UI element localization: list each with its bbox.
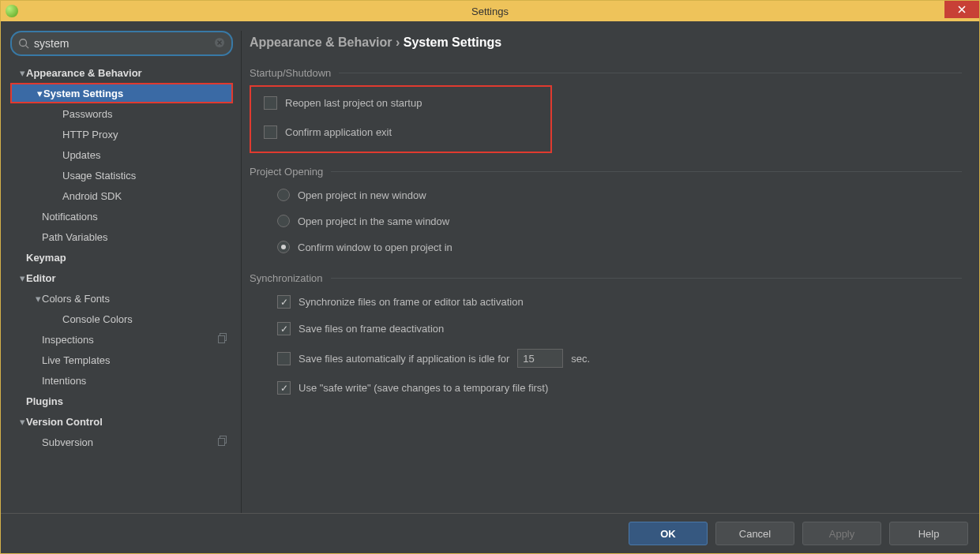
tree-item-label: Console Colors	[62, 313, 233, 325]
tree-item-label: Appearance & Behavior	[26, 67, 233, 79]
idle-unit-label: sec.	[571, 353, 590, 365]
tree-item-colors-fonts[interactable]: ▾Colors & Fonts	[10, 288, 233, 309]
svg-rect-6	[219, 439, 225, 446]
vertical-divider	[241, 31, 242, 513]
checkbox-icon	[277, 381, 291, 395]
section-opening-label: Project Opening	[250, 166, 323, 178]
copy-profile-icon[interactable]	[218, 333, 228, 346]
ok-button[interactable]: OK	[629, 522, 708, 545]
tree-item-inspections[interactable]: Inspections	[10, 329, 233, 350]
expand-arrow-icon: ▾	[18, 416, 26, 428]
tree-item-label: Plugins	[26, 395, 233, 407]
section-opening-title: Project Opening	[250, 166, 962, 178]
apply-button[interactable]: Apply	[802, 522, 881, 545]
radio-open-new-window[interactable]: Open project in new window	[277, 189, 962, 201]
divider-line	[339, 73, 962, 73]
search-icon	[18, 38, 29, 49]
checkbox-reopen-last-project[interactable]: Reopen last project on startup	[264, 96, 536, 110]
settings-tree[interactable]: ▾Appearance & Behavior▾System SettingsPa…	[10, 62, 233, 513]
tree-item-label: Live Templates	[42, 354, 233, 366]
tree-item-label: Path Variables	[42, 231, 233, 243]
option-label: Confirm window to open project in	[298, 241, 452, 253]
tree-item-console-colors[interactable]: Console Colors	[10, 309, 233, 329]
section-sync-title: Synchronization	[250, 272, 962, 284]
divider-line	[331, 278, 963, 279]
titlebar: Settings	[1, 1, 979, 21]
settings-window: Settings ▾Appearance & Behavior▾System S…	[0, 0, 980, 554]
svg-rect-4	[219, 336, 225, 343]
option-label: Confirm application exit	[285, 126, 392, 138]
checkbox-icon	[264, 96, 277, 110]
expand-arrow-icon: ▾	[18, 272, 26, 284]
idle-seconds-input[interactable]	[517, 349, 563, 368]
expand-arrow-icon: ▾	[34, 293, 42, 305]
divider-line	[331, 171, 962, 172]
tree-item-updates[interactable]: Updates	[10, 144, 233, 165]
section-startup-title: Startup/Shutdown	[250, 67, 962, 79]
close-button[interactable]	[944, 1, 979, 18]
tree-item-subversion[interactable]: Subversion	[10, 432, 233, 452]
tree-item-label: Editor	[26, 272, 233, 284]
tree-item-label: Passwords	[62, 108, 233, 120]
tree-item-label: Inspections	[42, 334, 218, 346]
tree-item-label: Android SDK	[62, 190, 233, 202]
tree-item-system-settings[interactable]: ▾System Settings	[10, 83, 233, 103]
opening-options: Open project in new window Open project …	[277, 189, 962, 253]
search-box[interactable]	[10, 31, 233, 56]
tree-item-path-variables[interactable]: Path Variables	[10, 226, 233, 247]
tree-item-label: Colors & Fonts	[42, 293, 233, 305]
tree-item-notifications[interactable]: Notifications	[10, 206, 233, 226]
tree-item-passwords[interactable]: Passwords	[10, 103, 233, 124]
cancel-button[interactable]: Cancel	[715, 522, 794, 545]
checkbox-safe-write[interactable]: Use "safe write" (save changes to a temp…	[277, 381, 962, 395]
tree-item-android-sdk[interactable]: Android SDK	[10, 185, 233, 206]
tree-item-http-proxy[interactable]: HTTP Proxy	[10, 124, 233, 144]
tree-item-live-templates[interactable]: Live Templates	[10, 350, 233, 370]
breadcrumb-current: System Settings	[404, 36, 501, 49]
radio-open-same-window[interactable]: Open project in the same window	[277, 215, 962, 227]
tree-item-label: Keymap	[26, 252, 233, 264]
expand-arrow-icon: ▾	[18, 67, 26, 79]
search-input[interactable]	[32, 36, 214, 51]
checkbox-save-idle[interactable]: Save files automatically if application …	[277, 349, 962, 368]
window-title: Settings	[1, 6, 979, 17]
tree-item-intentions[interactable]: Intentions	[10, 370, 233, 391]
section-sync-label: Synchronization	[250, 272, 323, 284]
radio-confirm-window[interactable]: Confirm window to open project in	[277, 241, 962, 253]
breadcrumb-parent[interactable]: Appearance & Behavior	[250, 36, 392, 49]
tree-item-version-control[interactable]: ▾Version Control	[10, 411, 233, 432]
tree-item-appearance-behavior[interactable]: ▾Appearance & Behavior	[10, 62, 233, 83]
breadcrumb-sep: ›	[392, 36, 404, 49]
copy-profile-icon[interactable]	[218, 436, 228, 448]
tree-item-label: Intentions	[42, 375, 233, 387]
clear-icon	[214, 37, 225, 48]
tree-item-label: Version Control	[26, 416, 233, 428]
main-area: ▾Appearance & Behavior▾System SettingsPa…	[1, 21, 979, 513]
tree-item-plugins[interactable]: Plugins	[10, 391, 233, 411]
tree-item-editor[interactable]: ▾Editor	[10, 268, 233, 288]
svg-line-1	[26, 46, 29, 49]
checkbox-icon	[277, 295, 291, 309]
option-label: Reopen last project on startup	[285, 97, 422, 109]
svg-point-0	[20, 39, 27, 47]
checkbox-icon	[264, 125, 277, 139]
expand-arrow-icon: ▾	[36, 88, 43, 99]
tree-item-usage-statistics[interactable]: Usage Statistics	[10, 165, 233, 185]
tree-item-label: HTTP Proxy	[62, 129, 233, 140]
radio-icon	[277, 241, 290, 253]
cancel-label: Cancel	[739, 528, 771, 540]
sidebar: ▾Appearance & Behavior▾System SettingsPa…	[10, 31, 233, 513]
checkbox-save-on-deactivation[interactable]: Save files on frame deactivation	[277, 322, 962, 335]
checkbox-sync-on-activation[interactable]: Synchronize files on frame or editor tab…	[277, 295, 962, 309]
option-label: Open project in the same window	[298, 215, 449, 227]
radio-icon	[277, 215, 290, 227]
breadcrumb: Appearance & Behavior › System Settings	[250, 36, 962, 50]
help-button[interactable]: Help	[889, 522, 968, 545]
checkbox-confirm-exit[interactable]: Confirm application exit	[264, 125, 536, 139]
content-panel: Appearance & Behavior › System Settings …	[250, 31, 970, 513]
tree-item-keymap[interactable]: Keymap	[10, 247, 233, 268]
checkbox-icon	[277, 322, 291, 335]
clear-search-button[interactable]	[214, 37, 225, 51]
dialog-footer: OK Cancel Apply Help	[1, 513, 979, 553]
tree-item-label: Usage Statistics	[62, 170, 233, 182]
